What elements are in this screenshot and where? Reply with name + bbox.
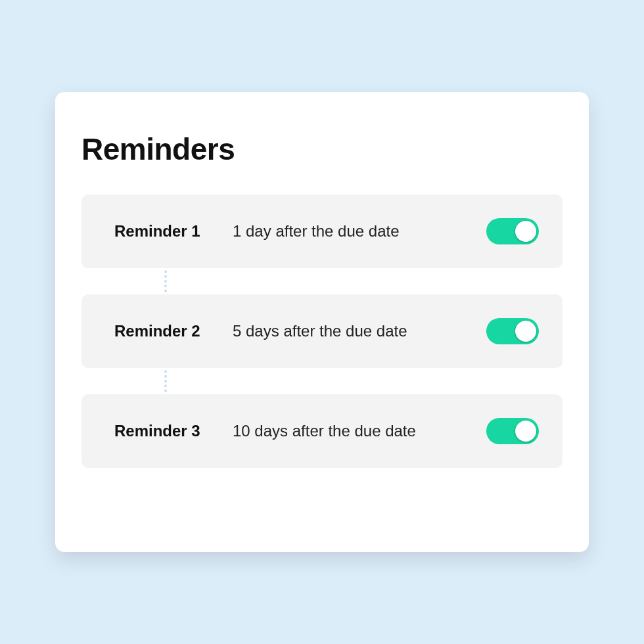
reminder-description: 1 day after the due date: [233, 222, 486, 241]
reminder-label: Reminder 2: [114, 322, 233, 340]
reminder-list: Reminder 1 1 day after the due date Remi…: [81, 195, 563, 468]
toggle-knob-icon: [515, 321, 536, 342]
connector: [81, 268, 563, 294]
reminder-label: Reminder 3: [114, 422, 233, 440]
reminder-row: Reminder 3 10 days after the due date: [81, 394, 563, 468]
reminders-card: Reminders Reminder 1 1 day after the due…: [55, 92, 589, 552]
dotted-connector-icon: [164, 365, 167, 397]
reminder-label: Reminder 1: [114, 222, 233, 241]
reminder-row: Reminder 1 1 day after the due date: [81, 195, 563, 268]
reminder-description: 10 days after the due date: [233, 422, 486, 440]
reminder-toggle[interactable]: [486, 218, 539, 244]
connector: [81, 368, 563, 394]
toggle-knob-icon: [515, 221, 536, 242]
reminder-toggle[interactable]: [486, 418, 539, 444]
reminder-row: Reminder 2 5 days after the due date: [81, 294, 563, 368]
card-title: Reminders: [81, 131, 563, 167]
dotted-connector-icon: [164, 265, 167, 297]
reminder-toggle[interactable]: [486, 318, 539, 344]
reminder-description: 5 days after the due date: [233, 322, 486, 340]
toggle-knob-icon: [515, 421, 536, 442]
